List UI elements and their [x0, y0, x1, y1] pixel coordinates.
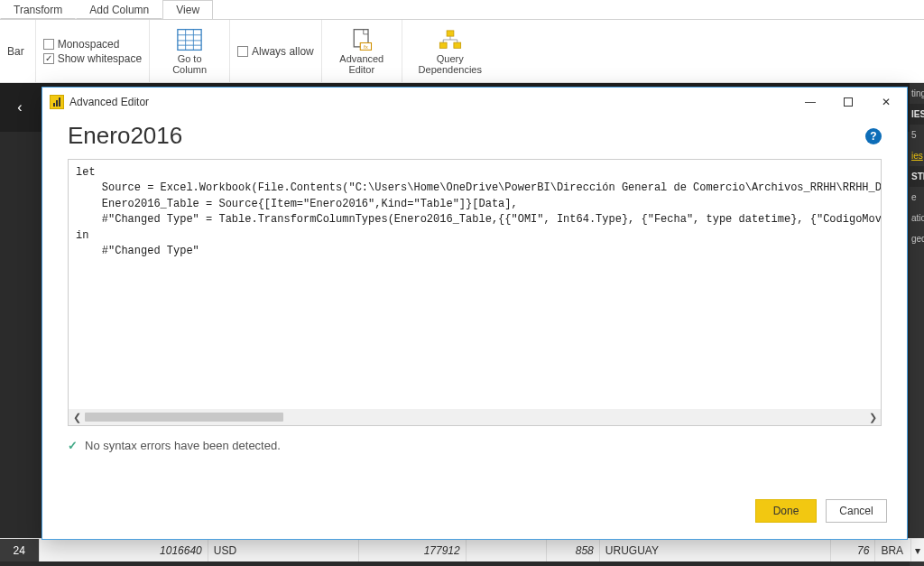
- code-editor-text[interactable]: let Source = Excel.Workbook(File.Content…: [69, 160, 881, 409]
- panel-fragment: atio: [910, 208, 924, 228]
- button-label: Go to Column: [172, 53, 207, 75]
- dialog-title: Advanced Editor: [69, 96, 149, 108]
- advanced-editor-dialog: Advanced Editor — ✕ Enero2016 ? let Sour…: [42, 87, 908, 540]
- maximize-button[interactable]: [829, 89, 867, 115]
- table-cell-label: URUGUAY: [600, 539, 831, 561]
- formula-bar-label: Bar: [7, 45, 28, 58]
- close-button[interactable]: ✕: [867, 89, 905, 115]
- document-code-icon: fx: [349, 28, 374, 51]
- back-arrow[interactable]: ‹: [0, 83, 40, 132]
- checkbox-icon: [237, 46, 248, 57]
- chevron-down-icon[interactable]: ▾: [911, 544, 924, 557]
- help-icon[interactable]: ?: [865, 128, 882, 144]
- scroll-left-arrow[interactable]: ❮: [69, 409, 85, 425]
- checkbox-monospaced[interactable]: Monospaced: [43, 38, 142, 51]
- panel-fragment: STE: [910, 166, 924, 187]
- table-cell-label: BRA: [875, 539, 911, 561]
- panel-fragment: ged: [910, 228, 924, 249]
- right-panel-fragment: tingIES5iesSTEeatioged: [910, 83, 924, 566]
- check-icon: ✓: [68, 439, 78, 452]
- table-cell-label: [467, 539, 547, 561]
- query-dependencies-button[interactable]: Query Dependencies: [410, 23, 491, 79]
- query-name-heading: Enero2016: [68, 122, 865, 150]
- checkbox-show-whitespace[interactable]: ✓ Show whitespace: [43, 52, 142, 65]
- svg-text:fx: fx: [364, 42, 368, 49]
- table-cell-value: 76: [831, 539, 875, 561]
- row-index: 24: [0, 539, 40, 561]
- svg-rect-9: [447, 30, 454, 35]
- panel-fragment: 5: [910, 125, 924, 145]
- dialog-titlebar[interactable]: Advanced Editor — ✕: [42, 88, 907, 116]
- powerbi-icon: [50, 95, 64, 109]
- button-label: Advanced Editor: [339, 53, 383, 75]
- minimize-button[interactable]: —: [791, 89, 829, 115]
- ribbon: Bar Monospaced ✓ Show whitespace Go to C…: [0, 20, 924, 83]
- table-cell-label: USD: [208, 539, 360, 561]
- scroll-right-arrow[interactable]: ❯: [864, 409, 881, 425]
- table-cell-value: 858: [547, 539, 600, 561]
- ribbon-tabs: TransformAdd ColumnView: [0, 0, 924, 20]
- status-text: No syntax errors have been detected.: [85, 439, 281, 452]
- data-table-row-visible: 241016640USD177912858URUGUAY76BRA▾: [0, 538, 924, 561]
- table-icon: [177, 28, 202, 51]
- panel-fragment: ting: [910, 83, 924, 104]
- ribbon-tab-view[interactable]: View: [162, 0, 213, 19]
- ribbon-tab-add-column[interactable]: Add Column: [76, 0, 162, 19]
- panel-fragment: ies: [910, 145, 924, 166]
- code-editor[interactable]: let Source = Excel.Workbook(File.Content…: [68, 159, 882, 426]
- done-button[interactable]: Done: [755, 499, 817, 523]
- advanced-editor-button[interactable]: fx Advanced Editor: [329, 23, 394, 79]
- syntax-status: ✓ No syntax errors have been detected.: [68, 439, 882, 452]
- cancel-button[interactable]: Cancel: [826, 499, 887, 523]
- checkbox-label: Always allow: [252, 45, 314, 58]
- scroll-thumb[interactable]: [85, 413, 283, 422]
- checkbox-label: Monospaced: [58, 38, 120, 51]
- checkbox-icon: ✓: [43, 53, 54, 64]
- panel-fragment: e: [910, 187, 924, 208]
- table-cell-value: 177912: [359, 539, 466, 561]
- checkbox-label: Show whitespace: [58, 52, 142, 65]
- svg-rect-10: [439, 42, 447, 48]
- horizontal-scrollbar[interactable]: ❮ ❯: [69, 409, 881, 425]
- checkbox-always-allow[interactable]: Always allow: [237, 45, 314, 58]
- panel-fragment: IES: [910, 104, 924, 125]
- dependencies-icon: [438, 28, 463, 51]
- ribbon-tab-transform[interactable]: Transform: [0, 0, 76, 19]
- button-label: Query Dependencies: [419, 53, 482, 75]
- svg-rect-0: [178, 29, 201, 50]
- checkbox-icon: [43, 39, 54, 50]
- goto-column-button[interactable]: Go to Column: [157, 23, 222, 79]
- scroll-track[interactable]: [85, 411, 864, 423]
- table-cell-value: 1016640: [40, 539, 208, 561]
- svg-rect-11: [454, 42, 461, 48]
